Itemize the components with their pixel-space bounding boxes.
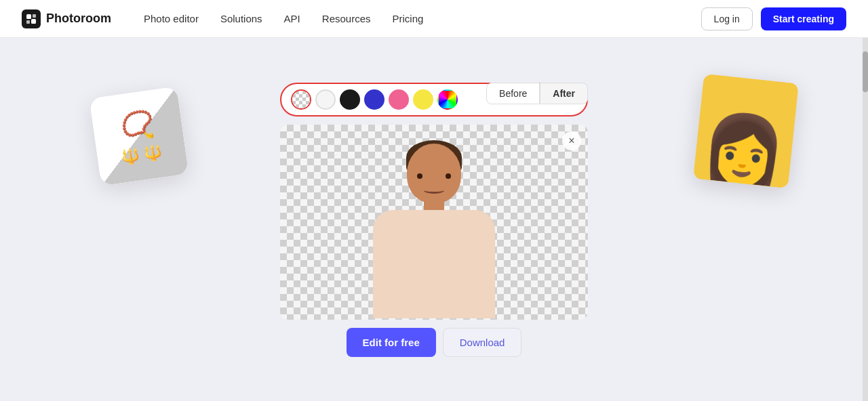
- person-background: 👩: [693, 74, 798, 188]
- eye-right: [446, 173, 451, 179]
- nav-actions: Log in Start creating: [701, 7, 846, 30]
- main-content: 📿 🔱 🔱 👩: [0, 38, 868, 401]
- before-button[interactable]: Before: [486, 83, 540, 104]
- image-preview-wrapper: ×: [280, 125, 588, 320]
- svg-rect-2: [26, 20, 30, 24]
- logo-icon: [22, 9, 41, 28]
- swatch-yellow[interactable]: [413, 89, 433, 110]
- nav-link-solutions[interactable]: Solutions: [220, 13, 262, 24]
- edit-for-free-button[interactable]: Edit for free: [347, 328, 436, 357]
- float-right-image: 👩: [693, 74, 798, 188]
- navbar: Photoroom Photo editor Solutions API Res…: [0, 0, 868, 38]
- before-after-controls: Before After: [486, 83, 588, 104]
- swatch-transparent[interactable]: [291, 89, 311, 110]
- float-left-image: 📿 🔱 🔱: [90, 87, 189, 186]
- nav-link-api[interactable]: API: [284, 13, 300, 24]
- nav-link-photo-editor[interactable]: Photo editor: [144, 13, 199, 24]
- after-button[interactable]: After: [540, 83, 588, 104]
- action-buttons: Edit for free Download: [347, 328, 522, 357]
- download-button[interactable]: Download: [443, 328, 522, 357]
- logo-text: Photoroom: [46, 12, 111, 26]
- person-head: [407, 144, 461, 203]
- start-creating-button[interactable]: Start creating: [761, 7, 846, 30]
- nav-link-pricing[interactable]: Pricing: [393, 13, 424, 24]
- controls-row: Before After: [280, 83, 588, 117]
- close-button[interactable]: ×: [562, 131, 581, 150]
- svg-rect-1: [33, 14, 36, 18]
- jewelry-background: 📿 🔱 🔱: [90, 87, 189, 186]
- person-body: [373, 210, 495, 318]
- swatch-black[interactable]: [340, 89, 360, 110]
- nav-link-resources[interactable]: Resources: [322, 13, 371, 24]
- login-button[interactable]: Log in: [701, 7, 753, 30]
- image-preview: ×: [280, 125, 588, 320]
- nav-links: Photo editor Solutions API Resources Pri…: [144, 13, 701, 24]
- logo[interactable]: Photoroom: [22, 9, 111, 28]
- person-figure: [346, 137, 522, 320]
- svg-rect-3: [31, 19, 36, 24]
- scrollbar[interactable]: [863, 38, 868, 401]
- eye-left: [417, 173, 422, 179]
- person-eyes: [417, 173, 451, 179]
- swatch-white[interactable]: [315, 89, 336, 110]
- person-emoji: 👩: [698, 112, 790, 188]
- center-panel: Before After ×: [280, 83, 588, 357]
- person-smile: [424, 187, 444, 194]
- swatch-rainbow[interactable]: [437, 89, 458, 110]
- jewelry-emoji: 📿: [119, 106, 157, 143]
- swatch-pink[interactable]: [389, 89, 409, 110]
- swatch-blue[interactable]: [364, 89, 384, 110]
- svg-rect-0: [26, 14, 31, 19]
- close-icon: ×: [568, 135, 574, 147]
- scrollbar-thumb: [863, 51, 868, 92]
